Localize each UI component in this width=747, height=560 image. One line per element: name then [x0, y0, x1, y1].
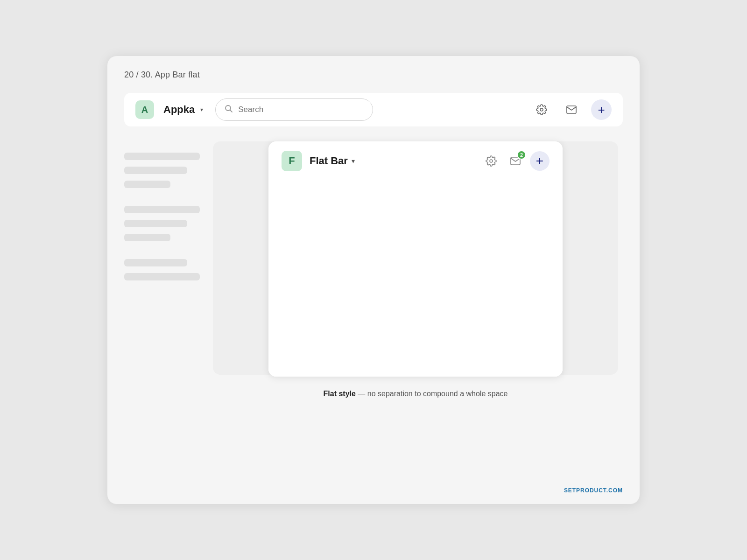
outer-card: 20 / 30. App Bar flat A Appka ▾	[107, 56, 640, 504]
skeleton-line	[124, 234, 170, 241]
app-title-group: Appka ▾	[163, 104, 206, 116]
skeleton-line	[124, 273, 200, 280]
app-bar: A Appka ▾	[124, 93, 623, 126]
flat-chevron-icon[interactable]: ▾	[352, 157, 355, 165]
main-content: F Flat Bar ▾	[124, 141, 623, 384]
search-icon	[224, 104, 233, 116]
description: Flat style — no separation to compound a…	[268, 390, 563, 398]
skeleton-line	[124, 220, 187, 227]
mail-badge: 2	[517, 150, 526, 160]
svg-line-1	[230, 110, 233, 112]
chevron-down-icon[interactable]: ▾	[197, 105, 206, 114]
add-button[interactable]: +	[591, 99, 612, 120]
foreground-card-wrapper: F Flat Bar ▾	[268, 141, 563, 398]
flat-title-group: Flat Bar ▾	[310, 155, 474, 167]
flat-title: Flat Bar	[310, 155, 348, 167]
search-bar	[215, 98, 373, 121]
svg-point-2	[540, 108, 543, 111]
flat-avatar: F	[282, 151, 302, 171]
sidebar-skeleton	[124, 145, 208, 288]
flat-settings-button[interactable]	[481, 151, 501, 171]
skeleton-line	[124, 181, 170, 188]
skeleton-line	[124, 167, 187, 174]
mail-button[interactable]	[561, 99, 582, 120]
app-avatar: A	[135, 100, 154, 119]
slide-label: 20 / 30. App Bar flat	[124, 70, 623, 80]
description-rest: — no separation to compound a whole spac…	[356, 390, 508, 398]
attribution: SETPRODUCT.COM	[564, 487, 623, 494]
cards-area: F Flat Bar ▾	[208, 141, 623, 384]
flat-add-button[interactable]: +	[530, 151, 550, 171]
flat-app-bar: F Flat Bar ▾	[268, 141, 563, 181]
skeleton-line	[124, 153, 200, 160]
description-bold: Flat style	[324, 390, 356, 398]
flat-card-body	[268, 181, 563, 377]
app-title: Appka	[163, 104, 195, 116]
settings-button[interactable]	[531, 99, 552, 120]
search-input[interactable]	[238, 105, 364, 114]
skeleton-line	[124, 259, 187, 266]
foreground-card: F Flat Bar ▾	[268, 141, 563, 377]
svg-point-3	[490, 160, 493, 162]
flat-icons: 2 +	[481, 151, 550, 171]
flat-mail-button[interactable]: 2	[506, 151, 525, 171]
skeleton-line	[124, 206, 200, 213]
